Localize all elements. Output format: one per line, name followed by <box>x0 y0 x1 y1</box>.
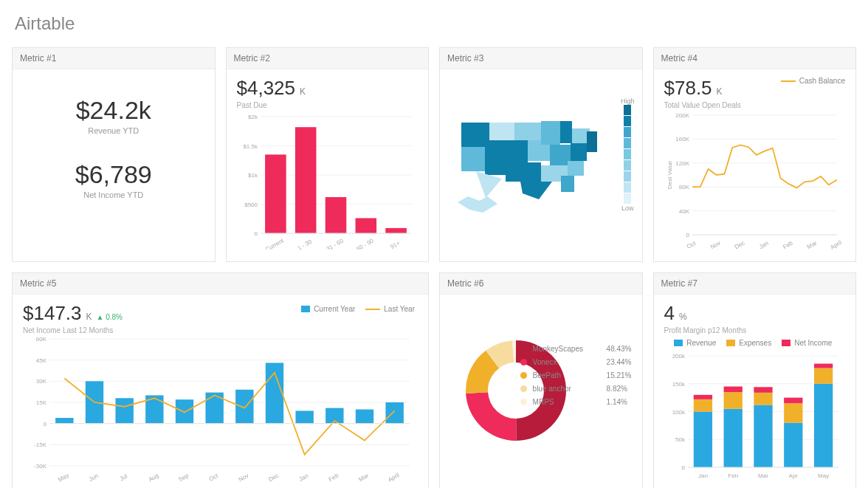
svg-text:0: 0 <box>44 421 47 427</box>
svg-rect-124 <box>784 398 802 404</box>
donut-legend-item: BeePath15.21% <box>520 371 632 379</box>
card-header: Metric #3 <box>440 48 642 69</box>
dashboard-grid: Metric #1 $24.2k Revenue YTD $6,789 Net … <box>12 47 856 488</box>
svg-text:30K: 30K <box>36 378 47 385</box>
open-deals-value: $78.5 <box>664 77 712 100</box>
svg-rect-36 <box>568 161 584 176</box>
svg-rect-128 <box>813 364 832 368</box>
map-legend-low: Low <box>621 205 634 212</box>
svg-rect-28 <box>506 162 541 182</box>
usa-map <box>450 99 620 224</box>
net-income-delta: ▲ 0.8% <box>97 313 123 321</box>
card-body: $4,325 K Past Due 0$500$1k$1.5k$2kCurren… <box>227 69 429 261</box>
open-deals-sub: Total Value Open Deals <box>664 101 741 109</box>
svg-rect-115 <box>723 392 742 409</box>
legend-net-income: Net Income <box>782 339 832 347</box>
svg-text:Dec: Dec <box>267 472 280 482</box>
svg-rect-110 <box>693 412 712 468</box>
map-legend-high: High <box>621 97 635 105</box>
legend-label: Expenses <box>739 339 771 347</box>
svg-text:-30K: -30K <box>34 463 47 470</box>
profit-margin-value: 4 <box>664 302 675 325</box>
svg-text:80K: 80K <box>678 184 689 190</box>
svg-rect-80 <box>205 393 223 424</box>
svg-rect-30 <box>550 145 571 165</box>
svg-rect-77 <box>115 398 133 423</box>
svg-text:May: May <box>57 472 70 482</box>
svg-text:Apr: Apr <box>788 472 798 479</box>
svg-text:Nov: Nov <box>238 472 250 482</box>
svg-text:Aug: Aug <box>148 472 160 482</box>
card-body: $78.5 K Total Value Open Deals Cash Bala… <box>654 69 856 261</box>
svg-rect-85 <box>356 410 373 424</box>
profit-stacked-chart: 050k100k150k200kJanFebMarAprMay <box>664 351 841 481</box>
svg-text:160K: 160K <box>675 136 689 142</box>
svg-text:Mar: Mar <box>805 239 818 250</box>
svg-text:200K: 200K <box>675 112 689 119</box>
card-header: Metric #1 <box>13 48 215 69</box>
svg-rect-33 <box>571 143 587 161</box>
svg-rect-122 <box>784 423 802 467</box>
svg-rect-114 <box>723 409 742 467</box>
svg-rect-116 <box>723 387 742 393</box>
svg-text:50k: 50k <box>675 436 686 443</box>
legend-label: Current Year <box>314 305 355 313</box>
card-body: $147.3 K ▲ 0.8% Net Income Last 12 Month… <box>13 295 428 488</box>
svg-text:Feb: Feb <box>328 472 340 482</box>
svg-text:15K: 15K <box>36 399 47 406</box>
page-title: Airtable <box>15 13 856 34</box>
past-due-sub: Past Due <box>237 101 418 109</box>
cash-balance-line-chart: 040K80K120K160K200KOctNovDecJanFebMarApr… <box>664 109 841 250</box>
open-deals-unit: K <box>717 86 723 97</box>
svg-rect-12 <box>294 127 316 233</box>
legend-label: Last Year <box>384 305 415 313</box>
svg-rect-37 <box>561 176 574 192</box>
svg-rect-18 <box>385 228 407 233</box>
svg-rect-75 <box>55 418 73 424</box>
svg-text:0: 0 <box>254 230 258 237</box>
svg-text:Nov: Nov <box>709 239 722 250</box>
svg-text:May: May <box>818 472 829 479</box>
svg-text:April: April <box>387 472 401 482</box>
svg-rect-123 <box>784 403 802 422</box>
svg-rect-23 <box>485 140 506 175</box>
svg-text:Dec: Dec <box>733 239 745 250</box>
svg-rect-81 <box>235 390 253 424</box>
card-header: Metric #2 <box>227 48 429 69</box>
legend-label: Net Income <box>794 339 832 347</box>
svg-text:Jan: Jan <box>298 472 310 482</box>
svg-text:Oct: Oct <box>208 472 220 482</box>
svg-rect-14 <box>325 197 346 233</box>
card-body: 4 % Profit Margin p12 Months Revenue Exp… <box>654 295 856 488</box>
net-income-value: $147.3 <box>23 302 82 325</box>
revenue-ytd-value: $24.2k <box>23 96 204 125</box>
card-header: Metric #7 <box>654 273 856 295</box>
svg-rect-112 <box>693 395 712 399</box>
netincome-ytd-value: $6,789 <box>23 160 204 189</box>
svg-text:$1.5k: $1.5k <box>243 143 258 150</box>
svg-text:1 - 30: 1 - 30 <box>296 238 313 250</box>
svg-text:60K: 60K <box>36 336 47 343</box>
card-metric-5: Metric #5 $147.3 K ▲ 0.8% Net Income Las… <box>12 272 429 488</box>
svg-rect-35 <box>587 131 597 152</box>
card-body: MonkeyScapes48.43%Vonecx23.44%BeePath15.… <box>440 295 642 488</box>
net-income-unit: K <box>86 312 92 322</box>
legend-last-year: Last Year <box>365 305 415 313</box>
svg-text:31 - 60: 31 - 60 <box>325 237 345 250</box>
svg-text:$2k: $2k <box>248 114 258 120</box>
svg-text:Feb: Feb <box>782 239 794 250</box>
svg-text:Oct: Oct <box>686 239 698 250</box>
donut-legend-item: Vonecx23.44% <box>520 358 632 366</box>
svg-rect-127 <box>813 368 832 384</box>
svg-rect-83 <box>295 410 313 423</box>
svg-rect-31 <box>560 121 572 143</box>
profit-margin-unit: % <box>679 312 687 322</box>
card-body: $24.2k Revenue YTD $6,789 Net Income YTD <box>13 69 215 261</box>
legend-current-year: Current Year <box>301 305 355 313</box>
card-metric-2: Metric #2 $4,325 K Past Due 0$500$1k$1.5… <box>226 47 430 262</box>
svg-rect-120 <box>754 387 772 393</box>
svg-text:April: April <box>829 239 841 250</box>
svg-text:Jan: Jan <box>757 240 769 250</box>
donut-legend-item: MonkeyScapes48.43% <box>520 345 632 353</box>
svg-text:Jan: Jan <box>698 472 707 479</box>
